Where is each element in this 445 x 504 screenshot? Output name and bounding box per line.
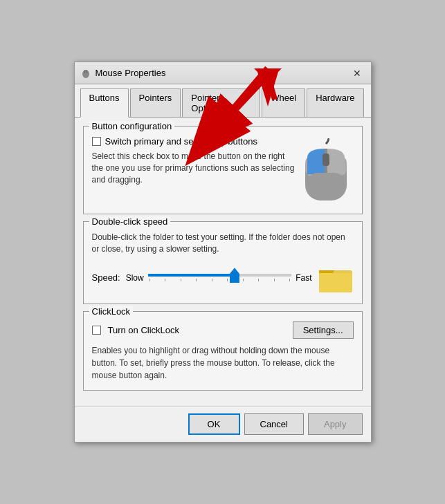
mouse-properties-dialog: Mouse Properties ✕ Buttons Pointers Poin…: [74, 62, 372, 442]
clicklock-legend: ClickLock: [89, 306, 134, 317]
ok-button[interactable]: OK: [188, 413, 240, 435]
svg-rect-12: [323, 153, 329, 166]
clicklock-checkbox[interactable]: [92, 326, 101, 335]
double-click-legend: Double-click speed: [89, 216, 171, 227]
svg-rect-15: [319, 273, 352, 292]
apply-button[interactable]: Apply: [308, 413, 363, 435]
button-config-section: Button configuration Switch primary and …: [83, 126, 363, 214]
slow-label: Slow: [126, 273, 144, 283]
speed-slider-container[interactable]: [148, 274, 291, 281]
slider-ticks: [148, 279, 291, 281]
switch-buttons-row: Switch primary and secondary buttons: [92, 136, 298, 147]
clicklock-row: Turn on ClickLock Settings...: [92, 321, 354, 339]
settings-button[interactable]: Settings...: [293, 321, 354, 339]
cancel-button[interactable]: Cancel: [244, 413, 304, 435]
slider-thumb[interactable]: [230, 268, 239, 283]
button-config-legend: Button configuration: [89, 121, 175, 131]
speed-label: Speed:: [92, 272, 120, 283]
clicklock-section: ClickLock Turn on ClickLock Settings... …: [83, 311, 363, 391]
tab-buttons[interactable]: Buttons: [80, 88, 129, 118]
slider-track[interactable]: [148, 274, 291, 277]
folder-icon[interactable]: [319, 261, 354, 295]
double-click-description: Double-click the folder to test your set…: [92, 232, 354, 255]
fast-label: Fast: [296, 273, 311, 283]
slider-fill: [148, 274, 234, 277]
switch-buttons-checkbox[interactable]: [92, 137, 101, 146]
dialog-content: Button configuration Switch primary and …: [75, 118, 371, 406]
dialog-icon: [80, 68, 91, 79]
dialog-footer: OK Cancel Apply: [75, 406, 371, 442]
clicklock-label: Turn on ClickLock: [108, 325, 180, 335]
clicklock-description: Enables you to highlight or drag without…: [92, 344, 354, 382]
tab-pointer-options[interactable]: Pointer Options: [182, 88, 260, 117]
tab-wheel[interactable]: Wheel: [262, 88, 305, 117]
close-button[interactable]: ✕: [349, 65, 365, 82]
mouse-illustration: [298, 136, 354, 205]
tab-pointers[interactable]: Pointers: [130, 88, 181, 117]
switch-buttons-label: Switch primary and secondary buttons: [105, 136, 257, 147]
double-click-section: Double-click speed Double-click the fold…: [83, 221, 363, 304]
tab-bar: Buttons Pointers Pointer Options Wheel H…: [75, 84, 371, 118]
dialog-title: Mouse Properties: [96, 68, 349, 78]
svg-rect-13: [307, 173, 345, 199]
title-bar: Mouse Properties ✕: [75, 62, 371, 84]
tab-hardware[interactable]: Hardware: [307, 88, 363, 117]
button-config-description: Select this check box to make the button…: [92, 151, 298, 185]
